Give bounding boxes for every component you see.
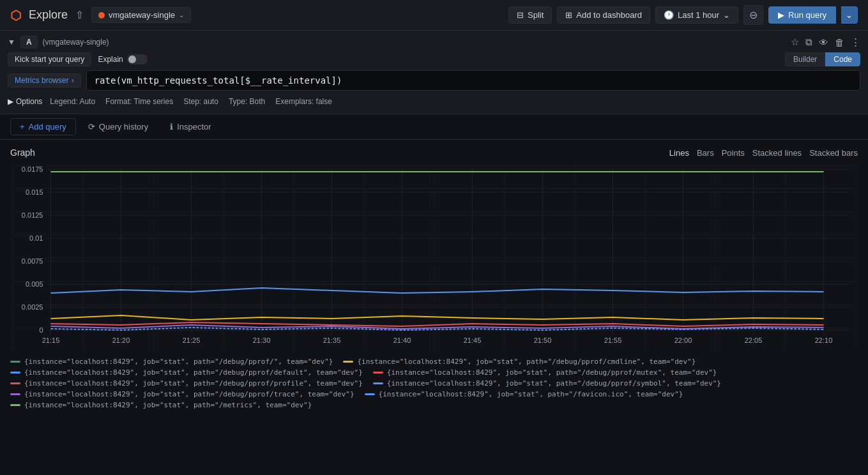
- grafana-logo-icon: ⬡: [10, 8, 21, 23]
- split-label: Split: [528, 10, 544, 20]
- svg-text:22:00: 22:00: [674, 336, 692, 344]
- svg-text:22:05: 22:05: [745, 336, 763, 344]
- kick-start-row: Kick start your query Explain Builder Co…: [8, 52, 860, 66]
- svg-text:21:40: 21:40: [393, 336, 411, 344]
- share-icon[interactable]: ⇧: [75, 9, 84, 21]
- legend-row-2: {instance="localhost:8429", job="stat", …: [10, 368, 858, 377]
- legend-color-1: [343, 361, 353, 363]
- options-toggle[interactable]: ▶ Options: [8, 97, 42, 106]
- query-history-tab[interactable]: ⟳ Query history: [79, 118, 158, 135]
- legend-item-0: {instance="localhost:8429", job="stat", …: [10, 358, 333, 366]
- metrics-browser-row: Metrics browser › rate(vm_http_requests_…: [8, 70, 860, 91]
- toggle-dot: [128, 56, 136, 63]
- query-more-icon[interactable]: ⋮: [851, 36, 860, 48]
- time-range-label: Last 1 hour: [678, 10, 719, 20]
- clock-icon: 🕐: [664, 10, 674, 20]
- view-points-option[interactable]: Points: [722, 148, 745, 158]
- legend-color-8: [10, 404, 20, 406]
- svg-text:21:55: 21:55: [604, 336, 622, 344]
- options-items: Legend: Auto Format: Time series Step: a…: [50, 97, 332, 106]
- view-lines-option[interactable]: Lines: [669, 148, 689, 158]
- exemplars-option: Exemplars: false: [275, 97, 332, 106]
- legend-area: {instance="localhost:8429", job="stat", …: [10, 352, 858, 417]
- view-stacked-lines-option[interactable]: Stacked lines: [752, 148, 802, 158]
- svg-text:21:15: 21:15: [42, 336, 60, 344]
- query-editor-area: ▼ A (vmgateway-single) ☆ ⧉ 👁 🗑 ⋮ Kick st…: [0, 31, 868, 114]
- query-input-field[interactable]: rate(vm_http_requests_total[$__rate_inte…: [86, 70, 860, 91]
- legend-text-8: {instance="localhost:8429", job="stat", …: [24, 401, 312, 409]
- svg-text:0.0125: 0.0125: [22, 211, 43, 219]
- legend-row-1: {instance="localhost:8429", job="stat", …: [10, 358, 858, 366]
- legend-text-3: {instance="localhost:8429", job="stat", …: [387, 368, 717, 377]
- inspector-tab[interactable]: ℹ Inspector: [160, 118, 220, 135]
- query-trash-icon[interactable]: 🗑: [835, 37, 844, 48]
- legend-text-4: {instance="localhost:8429", job="stat", …: [24, 379, 363, 388]
- query-copy-icon[interactable]: ⧉: [805, 36, 812, 48]
- builder-button[interactable]: Builder: [785, 52, 825, 66]
- options-label: Options: [16, 97, 42, 106]
- query-collapse-icon[interactable]: ▼: [8, 38, 15, 47]
- run-query-chevron-button[interactable]: ⌄: [841, 6, 858, 24]
- legend-item-4: {instance="localhost:8429", job="stat", …: [10, 379, 363, 388]
- legend-color-7: [365, 393, 375, 395]
- graph-view-options: Lines Bars Points Stacked lines Stacked …: [669, 148, 858, 158]
- svg-text:21:30: 21:30: [253, 336, 271, 344]
- history-icon: ⟳: [88, 122, 95, 132]
- explore-title: Explore: [29, 8, 68, 22]
- add-query-tab[interactable]: + Add query: [10, 118, 76, 135]
- svg-text:0.01: 0.01: [29, 234, 43, 242]
- legend-text-0: {instance="localhost:8429", job="stat", …: [24, 358, 333, 366]
- query-star-icon[interactable]: ☆: [791, 36, 799, 48]
- explain-toggle[interactable]: [127, 54, 148, 64]
- svg-text:0.0025: 0.0025: [22, 303, 43, 311]
- format-option: Format: Time series: [105, 97, 173, 106]
- plus-icon: +: [20, 122, 25, 132]
- add-query-label: Add query: [29, 122, 66, 132]
- legend-item-2: {instance="localhost:8429", job="stat", …: [10, 368, 363, 377]
- svg-text:21:50: 21:50: [534, 336, 552, 344]
- zoom-out-icon[interactable]: ⊖: [743, 5, 763, 25]
- svg-text:21:20: 21:20: [112, 336, 130, 344]
- query-eye-icon[interactable]: 👁: [819, 37, 828, 48]
- add-to-dashboard-button[interactable]: ⊞ Add to dashboard: [557, 6, 650, 24]
- legend-text-5: {instance="localhost:8429", job="stat", …: [387, 379, 721, 388]
- svg-text:0.005: 0.005: [26, 280, 43, 288]
- code-button[interactable]: Code: [825, 52, 860, 66]
- run-icon: ▶: [778, 10, 784, 20]
- legend-color-6: [10, 393, 20, 395]
- datasource-color-dot: [98, 12, 105, 19]
- grid-icon: ⊞: [565, 10, 572, 20]
- legend-text-6: {instance="localhost:8429", job="stat", …: [24, 390, 354, 398]
- nav-left: ⬡ Explore ⇧ vmgateway-single ⌄: [10, 7, 191, 23]
- svg-text:0: 0: [39, 326, 43, 334]
- time-picker[interactable]: 🕐 Last 1 hour ⌄: [655, 6, 738, 24]
- legend-option: Legend: Auto: [50, 97, 95, 106]
- legend-item-3: {instance="localhost:8429", job="stat", …: [373, 368, 717, 377]
- run-query-button[interactable]: ▶ Run query: [768, 6, 836, 24]
- legend-row-5: {instance="localhost:8429", job="stat", …: [10, 401, 858, 409]
- inspector-icon: ℹ: [170, 122, 173, 132]
- view-bars-option[interactable]: Bars: [697, 148, 714, 158]
- query-letter-label: A: [20, 36, 38, 49]
- chart-svg: 0.0175 0.015 0.0125 0.01 0.0075 0.005 0.…: [10, 165, 858, 351]
- split-icon: ⊟: [517, 10, 524, 20]
- graph-header: Graph Lines Bars Points Stacked lines St…: [10, 147, 858, 158]
- tabs-row: + Add query ⟳ Query history ℹ Inspector: [0, 114, 868, 140]
- query-action-icons: ☆ ⧉ 👁 🗑 ⋮: [791, 36, 860, 48]
- legend-text-2: {instance="localhost:8429", job="stat", …: [24, 368, 363, 377]
- legend-text-7: {instance="localhost:8429", job="stat", …: [379, 390, 683, 398]
- legend-item-7: {instance="localhost:8429", job="stat", …: [365, 390, 683, 398]
- split-button[interactable]: ⊟ Split: [508, 6, 552, 24]
- datasource-selector[interactable]: vmgateway-single ⌄: [91, 7, 191, 23]
- svg-text:0.0175: 0.0175: [22, 165, 43, 173]
- metrics-browser-button[interactable]: Metrics browser ›: [8, 73, 81, 87]
- metrics-browser-label: Metrics browser: [15, 76, 69, 85]
- kick-start-button[interactable]: Kick start your query: [8, 52, 91, 66]
- nav-right: ⊟ Split ⊞ Add to dashboard 🕐 Last 1 hour…: [508, 5, 858, 25]
- legend-color-0: [10, 361, 20, 363]
- inspector-label: Inspector: [177, 122, 211, 132]
- svg-text:21:45: 21:45: [464, 336, 482, 344]
- explain-toggle-row: Explain: [98, 54, 147, 64]
- view-stacked-bars-option[interactable]: Stacked bars: [809, 148, 858, 158]
- svg-text:0.015: 0.015: [26, 188, 43, 196]
